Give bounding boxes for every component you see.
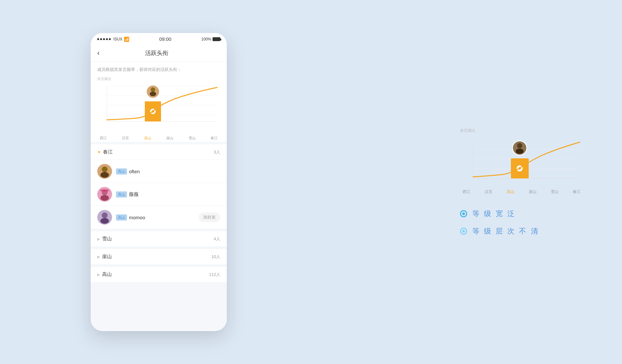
phone-mockup: ISUX 📶 09:00 100% ‹ 活跃头衔 成员根据其发言频率，获得对应的… [91, 33, 227, 331]
x-label-0: 西江 [100, 136, 107, 141]
svg-rect-19 [100, 189, 109, 191]
section-header-xueshan[interactable]: ▶ 雪山 4人 [91, 231, 227, 246]
status-right: 100% [201, 37, 220, 41]
arrow-xueshan: ▶ [97, 237, 100, 241]
battery-percent: 100% [201, 37, 211, 41]
rx-label-5: 春江 [573, 189, 581, 195]
svg-point-21 [102, 212, 108, 218]
svg-point-11 [151, 87, 155, 92]
x-label-1: 汉宫 [122, 136, 129, 141]
section-title-gaoshan: ▶ 高山 [97, 271, 112, 278]
right-chart-y-label: 发言频次 [460, 128, 583, 133]
legend-item-1: 等 级 层 次 不 清 [460, 226, 539, 236]
level-badge: 高山 [116, 168, 127, 175]
add-friend-button[interactable]: 加好友 [199, 212, 220, 222]
chart-area [97, 83, 220, 134]
section-count-xueshan: 4人 [214, 236, 220, 242]
rx-label-0: 西江 [463, 189, 470, 195]
section-chunjiang: ▼ 春江 3人 高山 often [91, 144, 227, 229]
rx-label-2: 高山 [507, 189, 514, 195]
right-chart-x-labels: 西江 汉宫 高山 崖山 雪山 春江 [460, 188, 583, 196]
right-chart-container: 发言频次 西江 汉宫 高山 崖山 [460, 128, 583, 196]
status-left: ISUX 📶 [97, 37, 129, 42]
section-jieshan: ▶ 崖山 10人 [91, 249, 227, 264]
signal-dots [97, 38, 111, 40]
avatar [97, 210, 112, 225]
arrow-chunjiang: ▼ [97, 150, 101, 154]
svg-point-34 [516, 149, 524, 154]
legend-item-0: 等 级 宽 泛 [460, 209, 539, 219]
rx-label-4: 雪山 [551, 189, 559, 195]
section-header-jieshan[interactable]: ▶ 崖山 10人 [91, 249, 227, 264]
back-button[interactable]: ‹ [97, 49, 99, 57]
section-count-gaoshan: 112人 [209, 272, 220, 278]
carrier-label: ISUX [113, 37, 122, 41]
nav-bar: ‹ 活跃头衔 [91, 45, 227, 62]
user-name: often [129, 169, 140, 174]
svg-point-14 [102, 166, 108, 172]
right-content: 发言频次 西江 汉宫 高山 崖山 [460, 128, 583, 236]
wifi-icon: 📶 [124, 37, 129, 42]
chart-svg [97, 83, 220, 128]
battery-fill [213, 38, 220, 41]
list-item: 高山 薇薇 [91, 183, 227, 206]
avatar [97, 164, 112, 179]
right-chart-svg [460, 135, 583, 187]
x-label-2: 高山 [144, 136, 151, 141]
description-text: 成员根据其发言频率，获得对应的活跃头衔： [97, 67, 220, 73]
battery-icon [213, 37, 220, 41]
chart-y-label: 发言频次 [97, 76, 220, 81]
level-badge: 高山 [116, 191, 127, 198]
list-item: 高山 momoo 加好友 [91, 206, 227, 229]
section-name-chunjiang: 春江 [103, 149, 113, 155]
arrow-gaoshan: ▶ [97, 272, 100, 277]
legend-text-1: 等 级 层 次 不 清 [472, 226, 539, 236]
section-title-xueshan: ▶ 雪山 [97, 236, 112, 242]
svg-point-18 [100, 195, 109, 201]
legend-dot-inner-0 [462, 212, 465, 215]
x-label-4: 雪山 [189, 136, 196, 141]
page-title: 活跃头衔 [103, 49, 211, 57]
arrow-jieshan: ▶ [97, 255, 100, 259]
legend-dot-0 [460, 210, 467, 217]
section-header-gaoshan[interactable]: ▶ 高山 112人 [91, 267, 227, 282]
status-bar: ISUX 📶 09:00 100% [91, 33, 227, 45]
section-gaoshan: ▶ 高山 112人 [91, 267, 227, 282]
section-name-jieshan: 崖山 [102, 254, 112, 260]
user-name: momoo [129, 215, 145, 220]
section-xueshan: ▶ 雪山 4人 [91, 231, 227, 246]
list-item: 高山 often [91, 160, 227, 183]
chart-x-labels: 西江 汉宫 高山 崖山 雪山 春江 [97, 134, 220, 142]
svg-point-12 [150, 92, 156, 96]
section-header-chunjiang[interactable]: ▼ 春江 3人 [91, 144, 227, 160]
user-name: 薇薇 [129, 191, 139, 198]
section-name-gaoshan: 高山 [102, 271, 112, 278]
svg-point-22 [100, 218, 109, 224]
section-title-chunjiang: ▼ 春江 [97, 149, 113, 155]
description-section: 成员根据其发言频率，获得对应的活跃头衔： 发言频次 [91, 62, 227, 142]
status-time: 09:00 [159, 36, 171, 42]
legend-items: 等 级 宽 泛 等 级 层 次 不 清 [460, 209, 539, 236]
legend-dot-1 [460, 228, 467, 235]
svg-point-33 [517, 143, 522, 148]
level-badge: 高山 [116, 214, 127, 221]
section-title-jieshan: ▶ 崖山 [97, 254, 112, 260]
rx-label-3: 崖山 [529, 189, 536, 195]
section-count-jieshan: 10人 [212, 254, 220, 260]
avatar [97, 187, 112, 202]
x-label-3: 崖山 [166, 136, 173, 141]
legend-dot-inner-1 [462, 230, 465, 233]
legend-text-0: 等 级 宽 泛 [472, 209, 516, 219]
x-label-5: 春江 [211, 136, 218, 141]
section-name-xueshan: 雪山 [102, 236, 112, 242]
phone-content: 成员根据其发言频率，获得对应的活跃头衔： 发言频次 [91, 62, 227, 330]
section-count-chunjiang: 3人 [214, 149, 220, 155]
rx-label-1: 汉宫 [485, 189, 492, 195]
svg-point-15 [100, 172, 109, 178]
